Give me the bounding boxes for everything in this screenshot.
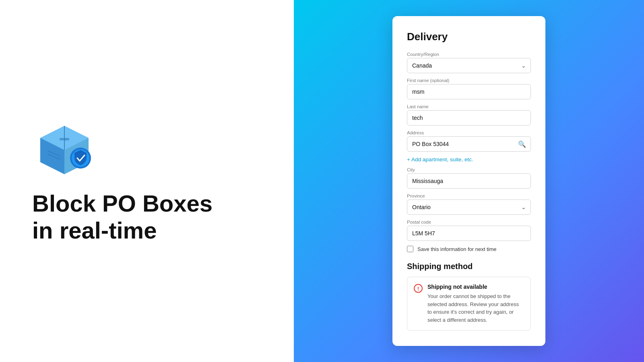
province-select[interactable]: Ontario [407, 200, 531, 215]
svg-rect-5 [60, 138, 69, 140]
address-field-group: Address PO Box 53044 🔍 [407, 130, 531, 152]
error-content: Shipping not available Your order cannot… [427, 284, 524, 324]
province-field-group: Province Ontario ⌄ [407, 193, 531, 215]
save-info-label: Save this information for next time [417, 246, 497, 252]
last-name-field-group: Last name tech [407, 104, 531, 125]
delivery-title: Delivery [407, 31, 531, 43]
city-field-group: City Mississauga [407, 167, 531, 189]
error-title: Shipping not available [427, 284, 524, 290]
postal-label: Postal code [407, 220, 531, 224]
last-name-input[interactable]: tech [407, 110, 531, 125]
error-desc: Your order cannot be shipped to the sele… [427, 292, 524, 324]
country-label: Country/Region [407, 52, 531, 57]
shipping-title: Shipping method [407, 262, 531, 271]
country-select-wrapper[interactable]: Canada ⌄ [407, 58, 531, 73]
address-input-wrapper: PO Box 53044 🔍 [407, 136, 531, 152]
left-panel: Block PO Boxes in real-time [0, 0, 294, 362]
last-name-label: Last name [407, 104, 531, 109]
first-name-field-group: First name (optional) msm [407, 78, 531, 99]
country-select[interactable]: Canada [407, 58, 531, 73]
save-info-row: Save this information for next time [407, 246, 531, 252]
save-info-checkbox[interactable] [407, 246, 413, 252]
postal-input[interactable]: L5M 5H7 [407, 226, 531, 241]
right-panel: Delivery Country/Region Canada ⌄ First n… [294, 0, 644, 362]
city-input[interactable]: Mississauga [407, 173, 531, 189]
city-label: City [407, 167, 531, 172]
postal-field-group: Postal code L5M 5H7 [407, 220, 531, 241]
address-search-icon: 🔍 [518, 140, 526, 148]
address-input[interactable]: PO Box 53044 [407, 136, 531, 152]
country-field-group: Country/Region Canada ⌄ [407, 52, 531, 73]
headline: Block PO Boxes in real-time [32, 190, 262, 244]
logo-area [32, 118, 262, 174]
first-name-label: First name (optional) [407, 78, 531, 83]
shipping-error-box: ! Shipping not available Your order cann… [407, 277, 531, 331]
first-name-input[interactable]: msm [407, 84, 531, 99]
province-label: Province [407, 193, 531, 198]
error-icon: ! [414, 284, 423, 293]
province-select-wrapper[interactable]: Ontario ⌄ [407, 200, 531, 215]
add-apartment-link[interactable]: + Add apartment, suite, etc. [407, 156, 531, 162]
product-logo [32, 118, 97, 174]
address-label: Address [407, 130, 531, 135]
delivery-card: Delivery Country/Region Canada ⌄ First n… [392, 16, 545, 346]
